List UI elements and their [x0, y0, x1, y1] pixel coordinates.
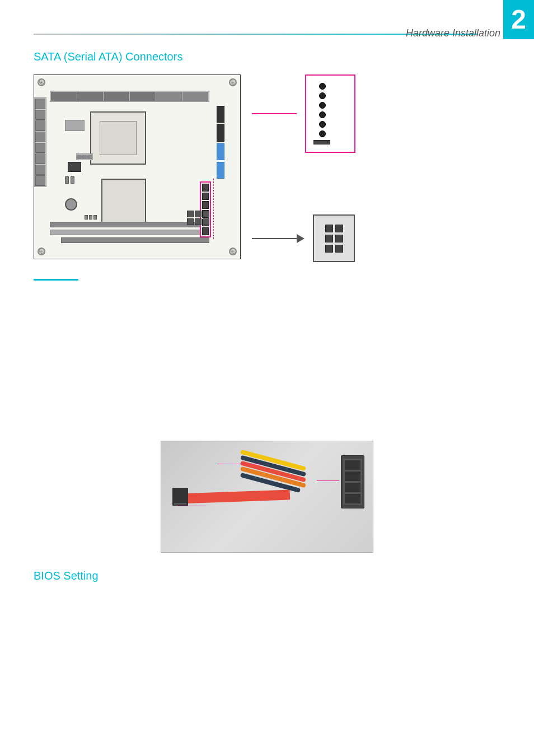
left-io-panel	[34, 97, 46, 187]
ram-slot-3	[217, 143, 224, 160]
small-conn-1	[65, 120, 85, 131]
arrow-line	[252, 238, 297, 239]
sata-pins	[311, 80, 350, 147]
page-content: SATA (Serial ATA) Connectors	[0, 45, 534, 605]
io-slot-1	[51, 92, 77, 101]
cpu-socket-top	[90, 111, 146, 165]
ram-slots	[217, 106, 224, 179]
arrow-container	[252, 234, 305, 243]
label-line-top	[217, 464, 262, 464]
sata-data-connector-left	[172, 488, 188, 506]
pci-slots	[50, 222, 209, 243]
sata-bottom-row	[252, 214, 500, 262]
text-paragraph-3	[34, 326, 500, 338]
diagram-area	[34, 74, 500, 262]
connector-column	[252, 74, 500, 262]
highlight-border-right	[213, 179, 214, 239]
separator-line	[34, 279, 78, 281]
bios-section-title: BIOS Setting	[34, 570, 500, 582]
ram-slot-4	[217, 162, 224, 179]
text-section	[34, 292, 500, 424]
sata-pin-column	[311, 80, 350, 147]
text-paragraph-6	[34, 378, 500, 390]
sata-section-title: SATA (Serial ATA) Connectors	[34, 50, 500, 63]
mount-hole-tr	[229, 78, 237, 86]
chapter-number: 2	[511, 6, 526, 33]
cpu-inner-top	[100, 121, 137, 155]
small-ics-bottom	[187, 211, 209, 225]
sata-conn-pins	[325, 225, 343, 253]
sata-power-connector	[341, 455, 364, 508]
cap-row	[65, 176, 74, 184]
photo-area	[34, 441, 500, 553]
mount-hole-tl	[38, 78, 45, 86]
text-paragraph-4	[34, 343, 500, 355]
chapter-number-box: 2	[503, 0, 534, 39]
header-title: Hardware Installation	[406, 27, 500, 39]
io-bar-top	[50, 91, 209, 102]
small-ic	[68, 162, 81, 172]
text-paragraph-5	[34, 361, 500, 372]
text-paragraph-7	[34, 395, 500, 407]
text-paragraph-1	[34, 292, 500, 304]
mount-hole-bl	[38, 248, 45, 255]
ram-slot-1	[217, 106, 224, 123]
label-line-right	[317, 480, 339, 481]
sata-top-row	[252, 74, 500, 153]
motherboard-diagram	[34, 74, 241, 259]
label-line-bottom	[178, 506, 206, 506]
arrow-head	[297, 234, 305, 243]
io-slot-4	[130, 92, 156, 101]
small-conn-2	[76, 153, 93, 160]
pci-slot-2	[50, 230, 209, 235]
io-slot-3	[104, 92, 129, 101]
circle-comp-1	[65, 198, 77, 211]
connector-arrow-line-top	[252, 113, 297, 114]
io-slot-2	[77, 92, 103, 101]
resistor-row-1	[85, 215, 97, 220]
pci-slot-1	[50, 222, 209, 227]
text-paragraph-2	[34, 309, 500, 321]
chipset	[101, 179, 146, 223]
sata-connector-physical	[313, 214, 355, 262]
mount-hole-br	[229, 248, 237, 255]
sata-onboard-connector	[200, 181, 211, 237]
text-paragraph-8	[34, 413, 500, 424]
io-slot-5	[156, 92, 182, 101]
sata-cable-photo	[161, 441, 373, 553]
pci-slot-3	[61, 237, 209, 243]
sata-closeup-box	[305, 74, 355, 153]
ram-slot-2	[217, 124, 224, 141]
page-header: Hardware Installation 2	[0, 0, 534, 45]
io-slot-6	[182, 92, 208, 101]
